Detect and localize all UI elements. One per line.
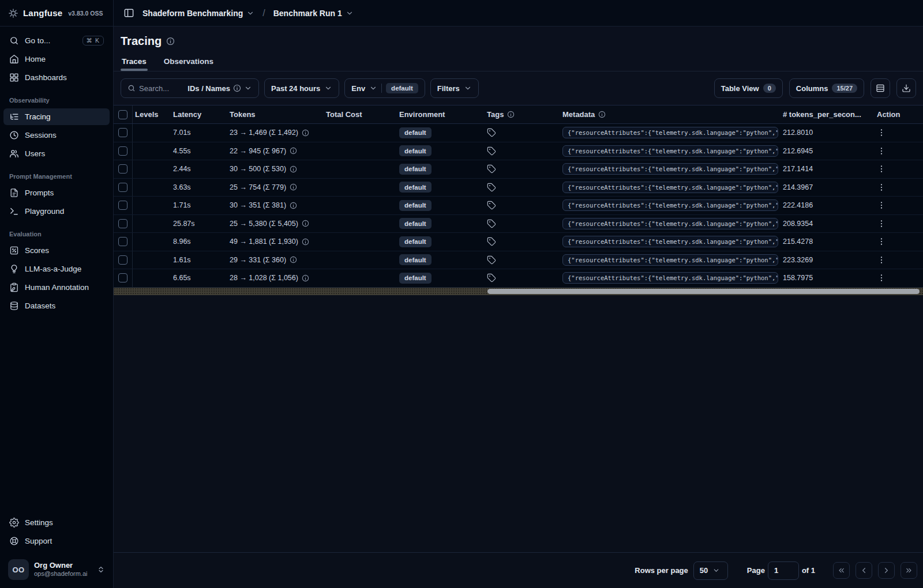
column-header-total-cost[interactable]: Total Cost (324, 110, 397, 119)
table-row[interactable]: 3.63s 25 → 754 (Σ 779) default {"resourc… (114, 179, 923, 197)
table-row[interactable]: 4.55s 22 → 945 (Σ 967) default {"resourc… (114, 142, 923, 161)
info-icon[interactable] (290, 147, 297, 154)
row-checkbox[interactable] (118, 201, 127, 210)
search-mode-selector[interactable]: IDs / Names (187, 84, 252, 93)
horizontal-scrollbar[interactable] (114, 288, 923, 295)
metadata-preview[interactable]: {"resourceAttributes":{"telemetry.sdk.la… (562, 163, 778, 175)
tag-icon[interactable] (487, 237, 496, 246)
row-actions-menu-icon[interactable] (877, 237, 886, 246)
info-icon[interactable] (290, 183, 297, 191)
metadata-preview[interactable]: {"resourceAttributes":{"telemetry.sdk.la… (562, 182, 778, 193)
sidebar-item-playground[interactable]: Playground (3, 203, 110, 220)
column-header-environment[interactable]: Environment (397, 110, 482, 119)
row-checkbox[interactable] (118, 273, 127, 282)
tag-icon[interactable] (487, 255, 496, 265)
previous-page-button[interactable] (856, 562, 872, 579)
column-header-tokens[interactable]: Tokens (227, 110, 324, 119)
info-icon[interactable] (302, 220, 309, 227)
table-row[interactable]: 2.44s 30 → 500 (Σ 530) default {"resourc… (114, 160, 923, 179)
metadata-preview[interactable]: {"resourceAttributes":{"telemetry.sdk.la… (562, 145, 778, 157)
project-switcher[interactable]: Benchmark Run 1 (273, 9, 354, 18)
info-icon[interactable] (290, 165, 297, 173)
tag-icon[interactable] (487, 146, 496, 156)
row-checkbox[interactable] (118, 255, 127, 265)
info-icon[interactable] (166, 37, 175, 46)
row-checkbox[interactable] (118, 146, 127, 156)
environment-filter[interactable]: Env default (344, 78, 425, 98)
sidebar-item-scores[interactable]: Scores (3, 242, 110, 259)
table-row[interactable]: 25.87s 25 → 5,380 (Σ 5,405) default {"re… (114, 215, 923, 233)
tab-observations[interactable]: Observations (163, 54, 215, 71)
sidebar-item-users[interactable]: Users (3, 145, 110, 162)
row-checkbox[interactable] (118, 164, 127, 174)
tab-traces[interactable]: Traces (121, 54, 148, 71)
metadata-preview[interactable]: {"resourceAttributes":{"telemetry.sdk.la… (562, 218, 778, 229)
search-control[interactable]: IDs / Names (121, 78, 259, 98)
tag-icon[interactable] (487, 128, 496, 137)
sidebar-item-settings[interactable]: Settings (3, 514, 110, 531)
metadata-preview[interactable]: {"resourceAttributes":{"telemetry.sdk.la… (562, 272, 778, 284)
row-actions-menu-icon[interactable] (877, 128, 886, 137)
row-actions-menu-icon[interactable] (877, 183, 886, 192)
metadata-preview[interactable]: {"resourceAttributes":{"telemetry.sdk.la… (562, 199, 778, 211)
sidebar-item-dashboards[interactable]: Dashboards (3, 69, 110, 86)
sidebar-item-prompts[interactable]: Prompts (3, 184, 110, 201)
column-header-tokens-per-second[interactable]: # tokens_per_secon... (781, 110, 870, 119)
table-row[interactable]: 1.61s 29 → 331 (Σ 360) default {"resourc… (114, 251, 923, 270)
next-page-button[interactable] (878, 562, 895, 579)
row-actions-menu-icon[interactable] (877, 201, 886, 210)
sidebar-item-llm-judge[interactable]: LLM-as-a-Judge (3, 261, 110, 277)
column-header-levels[interactable]: Levels (133, 110, 171, 119)
filters-button[interactable]: Filters (430, 78, 479, 98)
row-checkbox[interactable] (118, 219, 127, 228)
tag-icon[interactable] (487, 273, 496, 282)
first-page-button[interactable] (833, 562, 850, 579)
row-actions-menu-icon[interactable] (877, 273, 886, 282)
page-number-input[interactable] (768, 561, 799, 580)
column-header-metadata[interactable]: Metadata (560, 110, 781, 119)
tag-icon[interactable] (487, 201, 496, 210)
row-height-button[interactable] (871, 78, 890, 98)
user-menu[interactable]: OO Org Owner ops@shadeform.ai (5, 556, 108, 583)
org-switcher[interactable]: Shadeform Benchmarking (142, 9, 254, 18)
row-actions-menu-icon[interactable] (877, 146, 886, 156)
sidebar-item-human-annotation[interactable]: Human Annotation (3, 279, 110, 296)
info-icon[interactable] (290, 202, 297, 209)
toggle-sidebar-button[interactable] (121, 5, 137, 21)
table-row[interactable]: 6.65s 28 → 1,028 (Σ 1,056) default {"res… (114, 269, 923, 288)
sidebar-item-home[interactable]: Home (3, 51, 110, 67)
row-checkbox[interactable] (118, 183, 127, 192)
table-view-button[interactable]: Table View 0 (714, 78, 783, 98)
time-range-filter[interactable]: Past 24 hours (264, 78, 339, 98)
metadata-preview[interactable]: {"resourceAttributes":{"telemetry.sdk.la… (562, 127, 778, 138)
goto-search[interactable]: Go to... ⌘ K (3, 32, 110, 49)
export-button[interactable] (896, 78, 916, 98)
metadata-preview[interactable]: {"resourceAttributes":{"telemetry.sdk.la… (562, 236, 778, 247)
table-row[interactable]: 8.96s 49 → 1,881 (Σ 1,930) default {"res… (114, 233, 923, 251)
row-checkbox[interactable] (118, 128, 127, 137)
last-page-button[interactable] (901, 562, 917, 579)
column-header-latency[interactable]: Latency (171, 110, 227, 119)
columns-button[interactable]: Columns 15/27 (789, 78, 864, 98)
row-actions-menu-icon[interactable] (877, 164, 886, 174)
select-all-checkbox[interactable] (118, 110, 127, 119)
tag-icon[interactable] (487, 183, 496, 192)
info-icon[interactable] (302, 238, 309, 246)
tag-icon[interactable] (487, 219, 496, 228)
row-actions-menu-icon[interactable] (877, 255, 886, 265)
sidebar-item-datasets[interactable]: Datasets (3, 297, 110, 314)
column-header-tags[interactable]: Tags (482, 110, 560, 119)
rows-per-page-select[interactable]: 50 (693, 561, 728, 580)
row-checkbox[interactable] (118, 237, 127, 246)
info-icon[interactable] (302, 129, 309, 137)
tag-icon[interactable] (487, 164, 496, 174)
sidebar-item-tracing[interactable]: Tracing (3, 108, 110, 125)
metadata-preview[interactable]: {"resourceAttributes":{"telemetry.sdk.la… (562, 254, 778, 266)
sidebar-item-support[interactable]: Support (3, 533, 110, 549)
scrollbar-thumb[interactable] (487, 289, 920, 294)
table-row[interactable]: 7.01s 23 → 1,469 (Σ 1,492) default {"res… (114, 124, 923, 142)
info-icon[interactable] (302, 274, 309, 282)
search-input[interactable] (139, 84, 184, 93)
info-icon[interactable] (290, 256, 297, 263)
row-actions-menu-icon[interactable] (877, 219, 886, 228)
